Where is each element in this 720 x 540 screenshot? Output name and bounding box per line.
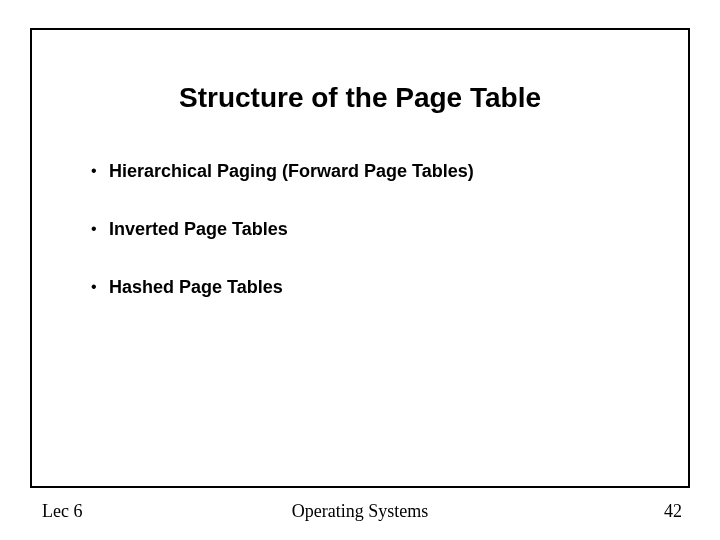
bullet-text: Hashed Page Tables (109, 276, 283, 298)
list-item: • Hashed Page Tables (87, 276, 687, 298)
slide-title: Structure of the Page Table (32, 82, 688, 114)
bullet-text: Hierarchical Paging (Forward Page Tables… (109, 160, 474, 182)
footer-course-name: Operating Systems (0, 501, 720, 522)
list-item: • Inverted Page Tables (87, 218, 687, 240)
slide-frame: Structure of the Page Table • Hierarchic… (30, 28, 690, 488)
bullet-list: • Hierarchical Paging (Forward Page Tabl… (87, 160, 687, 334)
footer-page-number: 42 (664, 501, 682, 522)
bullet-icon: • (87, 276, 109, 298)
list-item: • Hierarchical Paging (Forward Page Tabl… (87, 160, 687, 182)
bullet-text: Inverted Page Tables (109, 218, 288, 240)
bullet-icon: • (87, 160, 109, 182)
bullet-icon: • (87, 218, 109, 240)
slide: Structure of the Page Table • Hierarchic… (0, 0, 720, 540)
